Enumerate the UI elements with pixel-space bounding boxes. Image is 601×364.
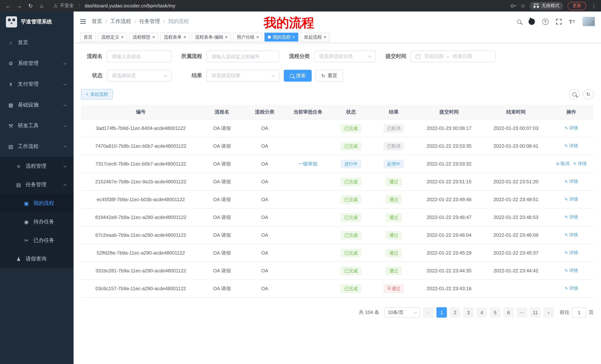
close-icon[interactable]: × <box>323 35 326 39</box>
sidebar-item-system[interactable]: ⚙ 系统管理 <box>0 53 74 74</box>
breadcrumb-home[interactable]: 首页 <box>92 18 102 25</box>
avatar[interactable] <box>582 17 594 26</box>
sidebar-item-done-tasks[interactable]: ✂ 已办任务 <box>0 231 74 250</box>
plus-icon: + <box>86 92 88 97</box>
close-icon[interactable]: × <box>152 35 155 39</box>
process-name: OA 请假 <box>200 143 243 149</box>
search-icon[interactable] <box>517 19 521 24</box>
page-button-3[interactable]: 3 <box>463 307 474 318</box>
search-button[interactable]: 搜索 <box>284 70 312 82</box>
detail-link[interactable]: ✎详情 <box>565 285 578 292</box>
sidebar-item-infra[interactable]: ▦ 基础设施 <box>0 95 74 115</box>
goto-page-input[interactable] <box>572 307 587 318</box>
sidebar-item-leave-query[interactable]: ♟ 请假查询 <box>0 250 74 268</box>
update-button[interactable]: 更新 <box>568 2 586 10</box>
github-icon[interactable] <box>528 18 535 25</box>
detail-link[interactable]: ✎详情 <box>565 196 578 203</box>
more-pages-button[interactable]: ⋯ <box>517 307 527 318</box>
page-button-4[interactable]: 4 <box>477 307 487 318</box>
back-icon[interactable]: ← <box>4 1 13 10</box>
tab-start-process[interactable]: 发起流程 × <box>300 33 330 42</box>
tab-process-form[interactable]: 流程表单 × <box>160 33 190 42</box>
close-icon[interactable]: × <box>183 35 186 39</box>
reload-icon[interactable]: ↻ <box>26 1 35 10</box>
submit-time-label: 提交时间 <box>385 53 406 60</box>
process-id: 7470a810-7b9b-11ec-b5b7-acde48001122 <box>81 143 200 149</box>
detail-link[interactable]: ✎详情 <box>565 232 578 238</box>
close-icon[interactable]: × <box>225 35 228 39</box>
help-icon[interactable]: ? <box>542 18 549 25</box>
page-button-5[interactable]: 5 <box>490 307 500 318</box>
security-indicator[interactable]: ⚠ 不安全 <box>53 3 74 9</box>
breadcrumb-separator: / <box>163 19 165 25</box>
detail-link[interactable]: ✎详情 <box>565 268 578 274</box>
tab-process-form-edit[interactable]: 流程表单-编辑 × <box>192 33 231 42</box>
sidebar-item-devtools[interactable]: ⚒ 研发工具 <box>0 115 74 136</box>
detail-link[interactable]: ✎详情 <box>565 125 578 131</box>
submit-time: 2022-01-22 23:45:29 <box>415 250 483 256</box>
goto-label: 前往 <box>560 309 570 316</box>
tab-home[interactable]: 首页 <box>80 33 96 42</box>
page-button-2[interactable]: 2 <box>450 307 460 318</box>
table-header: 编号 流程名 流程分类 当前审批任务 状态 结果 提交时间 结束时间 操作 <box>81 105 594 119</box>
forward-icon[interactable]: → <box>15 1 24 10</box>
result-badge: 通过 <box>386 195 401 203</box>
status-select[interactable]: 请选择状态 <box>107 70 172 82</box>
divider <box>79 3 79 8</box>
category-select[interactable]: 请选择流程分类 <box>314 50 376 62</box>
detail-link[interactable]: ✎详情 <box>565 143 578 149</box>
fontsize-icon[interactable]: TT <box>569 18 575 25</box>
cancel-link[interactable]: ⊘取消 <box>556 161 570 167</box>
sidebar-item-task-mgmt[interactable]: ▤ 任务管理 <box>0 175 74 194</box>
chevron-down-icon <box>414 310 417 314</box>
password-key-icon[interactable] <box>511 4 514 7</box>
create-process-button[interactable]: + 发起流程 <box>81 89 113 99</box>
sidebar-item-workflow[interactable]: ▧ 工作流程 <box>0 136 74 157</box>
prev-page-button[interactable]: ‹ <box>423 307 433 318</box>
detail-link[interactable]: ✎详情 <box>573 161 587 167</box>
process-name-input[interactable] <box>107 50 172 62</box>
process-id: 331bc281-7b9a-11ec-a290-acde48001122 <box>81 268 200 273</box>
next-page-button[interactable]: › <box>543 307 554 318</box>
detail-link[interactable]: ✎详情 <box>565 179 578 185</box>
tab-user-group[interactable]: 用户分组 × <box>233 33 262 42</box>
fullscreen-icon[interactable] <box>556 19 561 24</box>
tab-process-definition[interactable]: 流程定义 × <box>98 33 127 42</box>
date-range-picker[interactable]: 开始日期 - 结束日期 <box>411 50 496 62</box>
sidebar-item-todo-tasks[interactable]: ◉ 待办任务 <box>0 213 74 231</box>
hamburger-icon[interactable] <box>80 18 86 25</box>
close-icon[interactable]: × <box>292 35 295 39</box>
edit-icon: ✎ <box>565 233 568 238</box>
tab-process-model[interactable]: 流程模型 × <box>129 33 158 42</box>
process-name: OA 请假 <box>200 249 243 256</box>
page-size-select[interactable]: 10条/页 <box>384 307 420 318</box>
tab-my-process[interactable]: 我的流程 × <box>264 33 298 42</box>
detail-link[interactable]: ✎详情 <box>565 250 578 256</box>
page-button-6[interactable]: 6 <box>503 307 514 318</box>
page-button-11[interactable]: 11 <box>530 307 541 318</box>
table-row: 7317cec6-7b9b-11ec-b5b7-acde48001122 OA … <box>81 155 594 173</box>
result-select[interactable]: 请选择流结果 <box>207 70 279 82</box>
address-bar[interactable]: dashboard.yudao.iocoder.cn/bpm/task/my <box>84 3 175 9</box>
bookmark-star-icon[interactable]: ☆ <box>521 3 525 9</box>
breadcrumb-workflow[interactable]: 工作流程 <box>110 18 131 25</box>
table-row: 819442e8-7b9a-11ec-a290-acde48001122 OA … <box>81 209 594 226</box>
result-badge: 不通过 <box>384 284 404 293</box>
reset-button[interactable]: ↻ 重置 <box>315 70 343 82</box>
sidebar-item-my-process[interactable]: ▣ 我的流程 <box>0 194 74 213</box>
search-toggle-icon[interactable] <box>569 89 580 99</box>
end-time: 2022-01-22 23:46:53 <box>483 214 549 220</box>
breadcrumb-task-mgmt[interactable]: 任务管理 <box>139 18 160 25</box>
current-task-link[interactable]: 一级审批 <box>286 161 330 167</box>
sidebar-item-process-mgmt[interactable]: ≡ 流程管理 <box>0 157 74 175</box>
detail-link[interactable]: ✎详情 <box>565 214 578 220</box>
sidebar-item-home[interactable]: ⌂ 首页 <box>0 32 74 53</box>
refresh-icon[interactable]: ↻ <box>583 89 594 99</box>
sidebar-item-payment[interactable]: ¥ 支付管理 <box>0 74 74 95</box>
close-icon[interactable]: × <box>256 35 259 39</box>
close-icon[interactable]: × <box>121 35 124 39</box>
process-id-input[interactable] <box>207 50 279 62</box>
page-button-1[interactable]: 1 <box>436 307 447 318</box>
browser-menu-icon[interactable]: ⋮ <box>591 3 597 9</box>
home-icon[interactable]: ⌂ <box>37 1 46 10</box>
